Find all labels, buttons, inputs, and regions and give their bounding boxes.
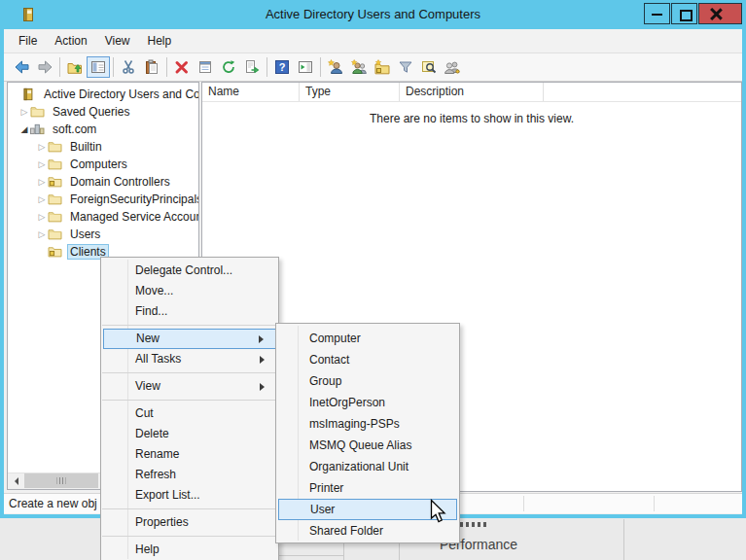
tree-item-label: ForeignSecurityPrincipals bbox=[67, 192, 199, 207]
ou-folder-icon bbox=[48, 245, 63, 259]
empty-view-message: There are no items to show in this view. bbox=[202, 112, 741, 125]
folder-icon bbox=[48, 192, 63, 206]
tree-item-root[interactable]: Active Directory Users and Com bbox=[8, 86, 198, 103]
folder-icon bbox=[48, 210, 63, 224]
paste-icon[interactable] bbox=[140, 56, 163, 78]
forward-icon[interactable] bbox=[33, 56, 56, 78]
menu-help[interactable]: Help bbox=[139, 31, 181, 51]
close-button[interactable] bbox=[698, 3, 742, 24]
new-group-icon[interactable] bbox=[347, 56, 371, 78]
console-icon bbox=[21, 88, 37, 101]
submenu-item-printer[interactable]: Printer bbox=[278, 477, 457, 499]
toolbar-separator bbox=[113, 57, 114, 77]
menu-item-export-list[interactable]: Export List... bbox=[103, 485, 276, 506]
mouse-cursor-icon bbox=[430, 499, 448, 528]
menu-item-help[interactable]: Help bbox=[103, 540, 276, 560]
toolbar-separator bbox=[266, 57, 267, 77]
column-header-name[interactable]: Name bbox=[202, 83, 300, 101]
menu-view[interactable]: View bbox=[96, 31, 139, 51]
toolbar: ? bbox=[4, 53, 742, 82]
scrollbar-thumb[interactable] bbox=[24, 473, 98, 488]
tree-item-computers[interactable]: ▷ Computers bbox=[8, 156, 198, 173]
new-user-icon[interactable] bbox=[324, 56, 347, 78]
menu-item-new[interactable]: New bbox=[103, 329, 276, 349]
tree-item-label: Computers bbox=[67, 157, 130, 172]
submenu-item-inetorgperson[interactable]: InetOrgPerson bbox=[278, 392, 457, 413]
chevron-collapsed-icon[interactable]: ▷ bbox=[18, 103, 30, 121]
add-to-group-icon[interactable] bbox=[441, 56, 464, 78]
tree-item-label: Builtin bbox=[67, 139, 105, 155]
tree-item-builtin[interactable]: ▷ Builtin bbox=[8, 138, 198, 156]
menu-item-view[interactable]: View bbox=[103, 376, 276, 397]
column-header-description[interactable]: Description bbox=[400, 83, 544, 101]
chevron-collapsed-icon[interactable]: ▷ bbox=[36, 173, 48, 191]
maximize-icon bbox=[680, 10, 693, 21]
menu-item-properties[interactable]: Properties bbox=[103, 512, 276, 533]
menu-item-cut[interactable]: Cut bbox=[103, 403, 276, 424]
submenu-item-contact[interactable]: Contact bbox=[278, 349, 457, 370]
maximize-button[interactable] bbox=[671, 3, 697, 24]
filter-icon[interactable] bbox=[394, 56, 417, 78]
tree-item-label: Users bbox=[67, 227, 103, 242]
status-divider bbox=[654, 496, 655, 511]
tree-item-saved-queries[interactable]: ▷ Saved Queries bbox=[8, 103, 198, 121]
show-action-pane-icon[interactable] bbox=[294, 56, 317, 78]
chevron-expanded-icon[interactable]: ◢ bbox=[18, 121, 30, 138]
minimize-button[interactable] bbox=[644, 3, 670, 24]
tree-item-label: Domain Controllers bbox=[67, 174, 173, 190]
toolbar-separator bbox=[59, 57, 60, 77]
up-one-level-icon[interactable] bbox=[63, 56, 87, 78]
tree-item-users[interactable]: ▷ Users bbox=[8, 226, 198, 243]
submenu-item-msmq-queue-alias[interactable]: MSMQ Queue Alias bbox=[278, 435, 457, 456]
scroll-left-button[interactable] bbox=[8, 473, 24, 488]
menu-item-delete[interactable]: Delete bbox=[103, 424, 276, 444]
column-header-type[interactable]: Type bbox=[300, 83, 400, 101]
back-icon[interactable] bbox=[10, 56, 33, 78]
toolbar-separator bbox=[320, 57, 321, 77]
refresh-icon[interactable] bbox=[217, 56, 240, 78]
chevron-collapsed-icon[interactable]: ▷ bbox=[36, 226, 48, 243]
menu-file[interactable]: File bbox=[10, 31, 46, 51]
chevron-collapsed-icon[interactable]: ▷ bbox=[36, 156, 48, 173]
menu-separator bbox=[101, 506, 278, 512]
submenu-arrow-icon bbox=[260, 383, 268, 391]
new-organizational-unit-icon[interactable] bbox=[371, 56, 394, 78]
menu-item-find[interactable]: Find... bbox=[103, 301, 276, 322]
tree-item-foreign-security-principals[interactable]: ▷ ForeignSecurityPrincipals bbox=[8, 191, 198, 208]
folder-icon bbox=[48, 140, 63, 154]
menu-item-refresh[interactable]: Refresh bbox=[103, 465, 276, 485]
toolbar-separator bbox=[166, 57, 167, 77]
submenu-item-organizational-unit[interactable]: Organizational Unit bbox=[278, 456, 457, 477]
minimize-icon bbox=[652, 14, 662, 16]
submenu-item-msimaging-psps[interactable]: msImaging-PSPs bbox=[278, 413, 457, 435]
tree-item-label: Active Directory Users and Com bbox=[41, 87, 199, 102]
submenu-item-computer[interactable]: Computer bbox=[278, 328, 457, 349]
tree-item-managed-service-accounts[interactable]: ▷ Managed Service Accounts bbox=[8, 208, 198, 226]
tree-item-domain-controllers[interactable]: ▷ Domain Controllers bbox=[8, 173, 198, 191]
menu-item-rename[interactable]: Rename bbox=[103, 444, 276, 465]
menu-item-all-tasks[interactable]: All Tasks bbox=[103, 349, 276, 369]
delete-icon[interactable] bbox=[170, 56, 194, 78]
cut-icon[interactable] bbox=[117, 56, 140, 78]
show-console-tree-icon[interactable] bbox=[87, 56, 110, 78]
help-icon[interactable]: ? bbox=[270, 56, 294, 78]
menu-item-delegate-control[interactable]: Delegate Control... bbox=[103, 261, 276, 281]
tree-item-soft-com[interactable]: ◢ soft.com bbox=[8, 121, 198, 138]
chevron-collapsed-icon[interactable]: ▷ bbox=[36, 191, 48, 208]
menu-item-move[interactable]: Move... bbox=[103, 281, 276, 301]
folder-icon bbox=[48, 228, 63, 241]
chevron-collapsed-icon[interactable]: ▷ bbox=[36, 208, 48, 226]
tree-item-label: Saved Queries bbox=[50, 104, 132, 120]
chevron-collapsed-icon[interactable]: ▷ bbox=[36, 138, 48, 156]
export-list-icon[interactable] bbox=[240, 56, 264, 78]
find-objects-icon[interactable] bbox=[417, 56, 441, 78]
menu-bar: File Action View Help bbox=[4, 29, 742, 53]
menu-separator bbox=[101, 533, 278, 540]
properties-icon[interactable] bbox=[194, 56, 217, 78]
menu-action[interactable]: Action bbox=[46, 31, 95, 51]
list-header: Name Type Description bbox=[202, 83, 741, 102]
submenu-item-group[interactable]: Group bbox=[278, 370, 457, 392]
folder-icon bbox=[48, 158, 63, 171]
title-bar[interactable]: Active Directory Users and Computers bbox=[0, 0, 746, 29]
svg-text:?: ? bbox=[279, 61, 286, 73]
